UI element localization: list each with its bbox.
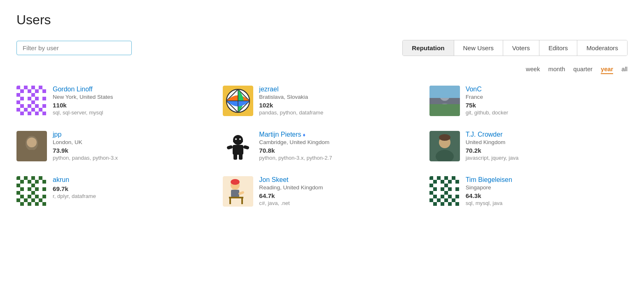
user-tags: pandas, python, dataframe [259,109,323,116]
user-name[interactable]: Tim Biegeleisen [466,176,512,184]
svg-rect-33 [16,100,20,104]
svg-rect-190 [444,184,448,187]
svg-rect-9 [16,89,20,93]
svg-rect-90 [233,154,237,160]
svg-rect-220 [437,198,441,202]
svg-rect-189 [441,184,444,187]
user-avatar [223,86,253,116]
svg-rect-166 [229,198,231,204]
tab-voters[interactable]: Voters [503,40,539,56]
user-name[interactable]: Gordon Linoff [53,86,113,93]
user-name[interactable]: jpp [53,131,118,138]
svg-rect-35 [24,100,28,104]
tab-editors[interactable]: Editors [539,40,577,56]
user-card: VonCFrance75kgit, github, docker [429,86,628,116]
svg-rect-164 [231,190,239,197]
svg-rect-28 [28,97,31,100]
svg-rect-194 [429,187,433,191]
svg-rect-20 [28,93,31,97]
svg-rect-120 [42,184,46,187]
tab-moderators[interactable]: Moderators [577,40,627,56]
svg-rect-141 [31,195,35,198]
svg-rect-24 [42,93,46,97]
svg-rect-64 [42,112,46,115]
svg-rect-140 [28,195,31,198]
svg-rect-136 [42,191,46,195]
time-month[interactable]: month [548,64,565,74]
user-name[interactable]: akrun [53,176,96,184]
svg-rect-156 [28,202,31,206]
filter-input[interactable] [16,41,132,55]
svg-rect-16 [42,89,46,93]
svg-rect-196 [437,187,441,191]
svg-rect-39 [39,100,42,104]
svg-rect-63 [39,112,42,115]
user-name[interactable]: Martijn Pieters ♦ [259,131,332,138]
svg-rect-187 [433,184,437,187]
svg-rect-112 [42,180,46,184]
user-avatar [429,86,460,116]
user-avatar [223,131,253,161]
svg-rect-19 [24,93,28,97]
svg-rect-115 [24,184,28,187]
svg-rect-128 [42,187,46,191]
svg-point-95 [439,134,450,141]
user-info: VonCFrance75kgit, github, docker [466,86,508,116]
svg-point-80 [27,137,37,147]
svg-rect-103 [39,176,42,180]
svg-rect-48 [42,104,46,108]
svg-rect-158 [35,202,39,206]
user-tags: python, pandas, python-3.x [53,155,118,161]
svg-rect-129 [16,191,20,195]
user-name[interactable]: T.J. Crowder [466,131,519,138]
svg-rect-60 [28,112,31,115]
tab-new-users[interactable]: New Users [454,40,503,56]
user-location: New York, United States [53,94,113,100]
time-all[interactable]: all [621,64,628,74]
svg-rect-7 [39,86,42,89]
user-tags: c#, java, .net [259,200,323,206]
svg-rect-173 [441,176,444,180]
user-reputation: 64.3k [466,192,512,199]
svg-rect-43 [24,104,28,108]
user-info: Martijn Pieters ♦Cambridge, United Kingd… [259,131,332,161]
svg-rect-123 [24,187,28,191]
user-name[interactable]: VonC [466,86,508,93]
tab-reputation[interactable]: Reputation [403,40,454,56]
svg-rect-233 [455,202,459,206]
user-location: Bratislava, Slovakia [259,94,323,100]
user-avatar [16,131,47,161]
user-card: Martijn Pieters ♦Cambridge, United Kingd… [223,131,421,161]
svg-rect-177 [455,176,459,180]
time-quarter[interactable]: quarter [573,64,593,74]
svg-rect-197 [441,187,444,191]
user-avatar [429,176,460,207]
svg-rect-144 [42,195,46,198]
user-info: Gordon LinoffNew York, United States110k… [53,86,113,116]
svg-rect-143 [39,195,42,198]
svg-rect-76 [429,104,460,116]
user-location: Singapore [466,184,512,191]
svg-rect-41 [16,104,20,108]
svg-rect-224 [452,198,455,202]
user-name[interactable]: jezrael [259,86,323,93]
svg-rect-21 [31,93,35,97]
svg-rect-46 [35,104,39,108]
user-info: Tim BiegeleisenSingapore64.3ksql, mysql,… [466,176,512,206]
svg-rect-102 [35,176,39,180]
user-name[interactable]: Jon Skeet [259,176,323,184]
svg-rect-45 [31,104,35,108]
svg-rect-137 [16,195,20,198]
user-card: jezraelBratislava, Slovakia102kpandas, p… [223,86,421,116]
time-year[interactable]: year [601,64,613,74]
svg-rect-195 [433,187,437,191]
user-avatar [429,131,460,161]
svg-rect-126 [35,187,39,191]
user-tags: r, dplyr, dataframe [53,193,96,199]
user-info: akrun69.7kr, dplyr, dataframe [53,176,96,199]
svg-rect-100 [28,176,31,180]
tab-group: Reputation New Users Voters Editors Mode… [402,40,628,56]
time-week[interactable]: week [526,64,540,74]
svg-rect-215 [448,195,452,198]
user-reputation: 70.8k [259,147,332,154]
